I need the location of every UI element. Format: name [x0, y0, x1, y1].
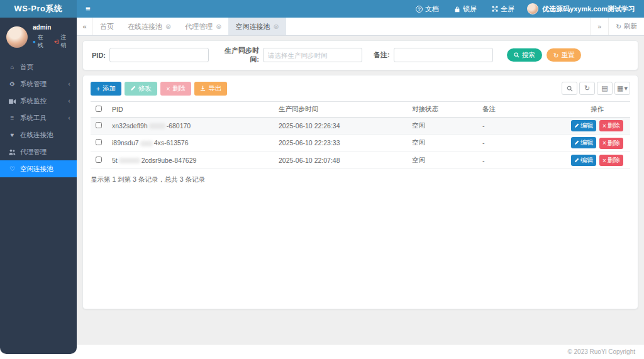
list-icon: ≡	[8, 109, 16, 126]
table-search-toggle-button[interactable]	[562, 82, 577, 95]
refresh-icon: ↻	[553, 52, 559, 59]
row-edit-label: 编辑	[580, 138, 593, 147]
search-icon	[567, 86, 573, 92]
edit-icon	[574, 123, 579, 128]
pid-input[interactable]	[109, 48, 209, 62]
table-header-row: PID 生产同步时间 对接状态 备注 操作	[91, 101, 630, 117]
pagination-info: 显示第 1 到第 3 条记录，总共 3 条记录	[91, 175, 630, 184]
sidebar-item-system-monitor[interactable]: 系统监控 ‹	[0, 92, 77, 109]
online-label: 在线	[38, 33, 49, 50]
user-avatar-small	[527, 3, 538, 14]
row-edit-label: 编辑	[580, 121, 593, 130]
pid-cell: i89nsdu74xs-613576	[107, 135, 274, 152]
select-all-checkbox[interactable]	[96, 106, 102, 112]
reset-button[interactable]: ↻ 重置	[547, 48, 582, 62]
logout-icon	[54, 39, 60, 45]
fullscreen-label: 全屏	[501, 4, 514, 14]
sync-time-cell: 2025-06-10 22:23:33	[274, 135, 407, 152]
search-panel: PID: 生产同步时间: 备注: 搜索 ↻ 重置	[82, 40, 638, 70]
chevron-left-icon: ‹	[68, 109, 70, 126]
pid-text: 4xs-613576	[154, 139, 189, 146]
tabs-scroll-right-button[interactable]: »	[590, 18, 608, 35]
tab-label: 在线连接池	[128, 22, 162, 31]
refresh-label: 刷新	[624, 22, 637, 31]
table-panel: + 添加 修改 × 删除 导出 ↻	[82, 75, 638, 309]
delete-button[interactable]: × 删除	[160, 82, 191, 96]
row-checkbox[interactable]	[96, 139, 102, 145]
search-button[interactable]: 搜索	[507, 48, 542, 62]
pid-cell: 5t2cdsr9ube-847629	[107, 152, 274, 169]
download-icon	[200, 86, 206, 91]
fullscreen-link[interactable]: 全屏	[484, 0, 522, 18]
x-icon: ×	[166, 85, 170, 92]
sync-time-form-group: 生产同步时间:	[220, 47, 362, 64]
lock-screen-link[interactable]: 锁屏	[447, 0, 484, 18]
columns-dropdown-button[interactable]: ▦▾	[614, 82, 630, 95]
note-input[interactable]	[394, 48, 493, 62]
tab-online-pool[interactable]: 在线连接池 ⊗	[121, 18, 178, 35]
user-menu[interactable]: 优选源码yxymk.com测试学习	[522, 0, 644, 18]
sidebar-item-system-mgmt[interactable]: ⚙ 系统管理 ‹	[0, 75, 77, 92]
user-meta: admin ● 在线 注销	[33, 24, 72, 50]
chevrons-right-icon: »	[597, 23, 601, 30]
pid-text: xn32sdefl9h	[112, 122, 148, 130]
docs-link[interactable]: ? 文档	[408, 0, 447, 18]
row-checkbox[interactable]	[96, 157, 102, 163]
sidebar-item-idle-pool[interactable]: ♡ 空闲连接池	[0, 160, 77, 177]
sync-time-cell: 2025-06-10 22:07:48	[274, 152, 407, 169]
header-status: 对接状态	[407, 101, 477, 117]
user-avatar-large	[6, 26, 28, 48]
close-icon[interactable]: ⊗	[165, 23, 171, 30]
sidebar-item-proxy-mgmt[interactable]: 代理管理	[0, 143, 77, 160]
row-edit-button[interactable]: 编辑	[571, 137, 596, 148]
card-view-button[interactable]: ▤	[597, 82, 613, 95]
refresh-icon: ↻	[616, 23, 621, 30]
sync-time-input[interactable]	[263, 48, 362, 62]
tab-idle-pool[interactable]: 空闲连接池 ⊗	[228, 18, 286, 35]
note-cell: -	[477, 135, 564, 152]
tab-label: 首页	[100, 22, 114, 31]
main-content: PID: 生产同步时间: 备注: 搜索 ↻ 重置 + 添加	[77, 36, 644, 344]
row-edit-button[interactable]: 编辑	[571, 155, 596, 166]
tab-home[interactable]: 首页	[93, 18, 121, 35]
modify-button[interactable]: 修改	[125, 82, 157, 96]
row-delete-button[interactable]: ×删除	[599, 120, 623, 131]
operations-cell: 编辑×删除	[564, 152, 630, 169]
row-delete-button[interactable]: ×删除	[599, 155, 623, 166]
tabs-scroll-left-button[interactable]: «	[77, 18, 93, 35]
navbar-right: ? 文档 锁屏 全屏 优选源码yxymk.com测试学习	[408, 0, 644, 18]
note-form-group: 备注:	[374, 48, 493, 62]
close-icon[interactable]: ⊗	[273, 23, 279, 30]
sidebar-toggle-button[interactable]: ≡	[77, 0, 99, 18]
row-checkbox[interactable]	[96, 122, 102, 128]
row-delete-label: 删除	[608, 139, 620, 148]
tab-label: 代理管理	[185, 22, 213, 31]
sidebar-menu: ⌂ 首页 ⚙ 系统管理 ‹ 系统监控 ‹ ≡ 系统工具 ‹ ♥ 在线连接池 代理…	[0, 58, 77, 177]
sidebar-item-label: 在线连接池	[20, 126, 53, 143]
table-view-tools: ↻ ▤ ▦▾	[562, 82, 630, 95]
tab-proxy-mgmt[interactable]: 代理管理 ⊗	[178, 18, 228, 35]
sidebar-item-online-pool[interactable]: ♥ 在线连接池	[0, 126, 77, 143]
sidebar-item-label: 代理管理	[20, 143, 47, 160]
refresh-tab-button[interactable]: ↻ 刷新	[608, 18, 644, 35]
row-delete-button[interactable]: ×删除	[599, 138, 623, 149]
add-button[interactable]: + 添加	[91, 82, 121, 96]
table-refresh-button[interactable]: ↻	[579, 82, 595, 95]
logout-link[interactable]: 注销	[54, 33, 72, 50]
operations-cell: 编辑×删除	[564, 117, 630, 135]
header-operations: 操作	[564, 101, 630, 117]
table-row: i89nsdu74xs-613576 2025-06-10 22:23:33 空…	[91, 135, 630, 152]
sidebar-item-label: 系统管理	[20, 75, 47, 92]
export-button[interactable]: 导出	[194, 82, 227, 96]
row-edit-button[interactable]: 编辑	[571, 120, 596, 131]
sidebar-item-system-tools[interactable]: ≡ 系统工具 ‹	[0, 109, 77, 126]
copyright-text: © 2023 RuoYi Copyright	[567, 348, 635, 355]
status-cell: 空闲	[407, 117, 477, 135]
plus-icon: +	[96, 85, 100, 92]
sidebar-item-label: 首页	[20, 58, 33, 75]
chevrons-left-icon: «	[82, 23, 86, 30]
sidebar-item-home[interactable]: ⌂ 首页	[0, 58, 77, 75]
pid-text: i89nsdu7	[112, 139, 139, 146]
close-icon[interactable]: ⊗	[216, 23, 221, 30]
edit-icon	[574, 158, 579, 163]
